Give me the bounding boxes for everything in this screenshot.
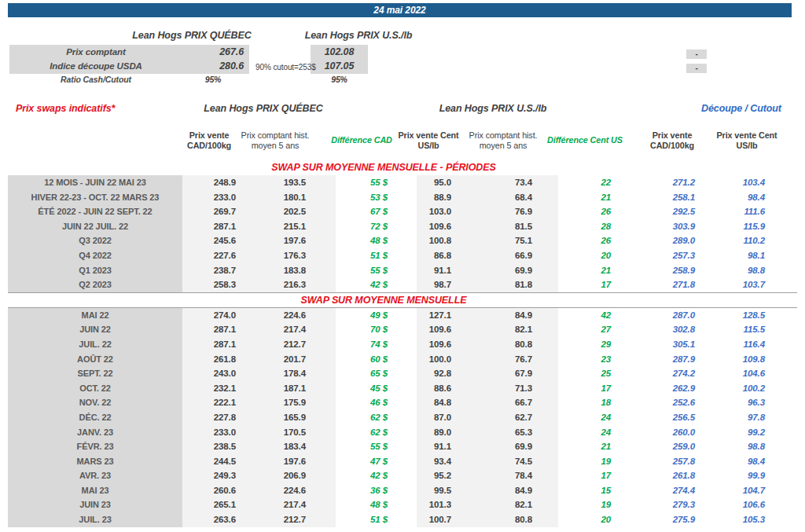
value-cell: 75.1 (461, 233, 558, 248)
price-report: 24 mai 2022 Lean Hogs PRIX QUÉBEC Lean H… (0, 0, 805, 532)
period-label-cell: ÉTÉ 2022 - JUIN 22 SEPT. 22 (8, 204, 182, 219)
month-label-cell: FÉVR. 23 (8, 439, 182, 454)
value-cell: 36 $ (336, 483, 417, 498)
period-label-cell: 12 MOIS - JUIN 22 MAI 23 (8, 175, 182, 190)
month-label-cell: AVR. 23 (8, 468, 182, 483)
value-cell: 274.2 (621, 366, 704, 381)
ratio-us: 95% (311, 75, 368, 84)
value-cell: 261.8 (182, 352, 245, 367)
value-cell: 245.6 (182, 233, 245, 248)
value-cell: 289.0 (621, 233, 704, 248)
table-row: HIVER 22-23 - OCT. 22 MARS 23233.0180.15… (8, 190, 797, 205)
value-cell: 115.5 (704, 322, 797, 337)
value-cell: 287.1 (182, 337, 245, 352)
value-cell: 252.6 (621, 395, 704, 410)
value-cell: 95.2 (417, 468, 461, 483)
value-cell: 68.4 (461, 190, 558, 205)
monthly-tbody: MAI 22274.0224.649 $127.184.942287.0128.… (8, 307, 797, 526)
value-cell: 99.2 (704, 425, 797, 440)
table-row: Q1 2023238.7183.855 $91.169.921258.998.8 (8, 263, 797, 278)
value-cell: 76.9 (461, 204, 558, 219)
value-cell: 92.8 (417, 366, 461, 381)
value-cell: 49 $ (336, 307, 417, 322)
value-cell: 95.0 (417, 175, 461, 190)
cutout-index-us: 107.05 (311, 59, 368, 73)
cutout-dash-1: - (686, 50, 707, 59)
value-cell: 84.8 (417, 395, 461, 410)
value-cell: 259.0 (621, 439, 704, 454)
value-cell: 201.7 (245, 352, 336, 367)
value-cell: 81.8 (461, 277, 558, 292)
table-row: OCT. 22232.1187.145 $88.671.317262.9100.… (8, 381, 797, 396)
value-cell: 93.4 (417, 454, 461, 469)
value-cell: 51 $ (336, 512, 417, 527)
col-header-prix-vente-us: Prix vente Cent US/lb (389, 122, 468, 160)
value-cell: 65.3 (461, 425, 558, 440)
value-cell: 82.1 (461, 322, 558, 337)
value-cell: 70 $ (336, 322, 417, 337)
value-cell: 76.7 (461, 352, 558, 367)
month-label-cell: NOV. 22 (8, 395, 182, 410)
table-row: JUIN 22 JUIL. 22287.1215.172 $109.681.52… (8, 219, 797, 234)
value-cell: 51 $ (336, 248, 417, 263)
value-cell: 99.5 (417, 483, 461, 498)
value-cell: 28 (558, 219, 621, 234)
swaps-quebec-header: Lean Hogs PRIX QUÉBEC (193, 103, 334, 114)
value-cell: 243.0 (182, 366, 245, 381)
table-row: Q3 2022245.6197.648 $100.875.126289.0110… (8, 233, 797, 248)
value-cell: 110.2 (704, 233, 797, 248)
month-label-cell: AOÛT 22 (8, 352, 182, 367)
value-cell: 98.1 (704, 248, 797, 263)
value-cell: 165.9 (245, 410, 336, 425)
value-cell: 100.8 (417, 233, 461, 248)
period-label-cell: JUIN 22 JUIL. 22 (8, 219, 182, 234)
value-cell: 109.6 (417, 322, 461, 337)
month-label-cell: MARS 23 (8, 454, 182, 469)
value-cell: 67.9 (461, 366, 558, 381)
month-label-cell: JANV. 23 (8, 425, 182, 440)
value-cell: 227.8 (182, 410, 245, 425)
value-cell: 262.9 (621, 381, 704, 396)
value-cell: 105.3 (704, 512, 797, 527)
value-cell: 222.1 (182, 395, 245, 410)
table-row: MAI 23260.6224.636 $99.584.915274.4104.7 (8, 483, 797, 498)
value-cell: 100.7 (417, 512, 461, 527)
table-row: JUIN 23265.1217.448 $101.382.119279.3106… (8, 497, 797, 512)
value-cell: 271.2 (621, 175, 704, 190)
value-cell: 42 $ (336, 277, 417, 292)
col-header-cutout-cad: Prix vente CAD/100kg (633, 122, 711, 160)
value-cell: 42 (558, 307, 621, 322)
value-cell: 86.8 (417, 248, 461, 263)
value-cell: 249.3 (182, 468, 245, 483)
value-cell: 42 $ (336, 468, 417, 483)
table-row: SEPT. 22243.0178.465 $92.867.925274.2104… (8, 366, 797, 381)
value-cell: 18 (558, 395, 621, 410)
value-cell: 260.0 (621, 425, 704, 440)
value-cell: 271.8 (621, 277, 704, 292)
value-cell: 84.9 (461, 307, 558, 322)
value-cell: 21 (558, 190, 621, 205)
value-cell: 71.3 (461, 381, 558, 396)
value-cell: 217.4 (245, 497, 336, 512)
value-cell: 100.2 (704, 381, 797, 396)
ratio-qc: 95% (182, 75, 244, 84)
period-label-cell: Q1 2023 (8, 263, 182, 278)
swaps-title: Prix swaps indicatifs* (16, 103, 115, 114)
value-cell: 216.3 (245, 277, 336, 292)
value-cell: 258.9 (621, 263, 704, 278)
value-cell: 66.7 (461, 395, 558, 410)
table-row: JANV. 23233.0170.562 $89.065.324260.099.… (8, 425, 797, 440)
value-cell: 46 $ (336, 395, 417, 410)
value-cell: 193.5 (245, 175, 336, 190)
value-cell: 48 $ (336, 233, 417, 248)
value-cell: 260.6 (182, 483, 245, 498)
value-cell: 26 (558, 204, 621, 219)
value-cell: 87.0 (417, 410, 461, 425)
value-cell: 103.0 (417, 204, 461, 219)
monthly-section-title-row: SWAP SUR MOYENNE MENSUELLE (8, 292, 797, 307)
value-cell: 62 $ (336, 425, 417, 440)
value-cell: 212.7 (245, 337, 336, 352)
value-cell: 98.8 (704, 439, 797, 454)
top-us-header: Lean Hogs PRIX U.S./lb (299, 30, 418, 41)
value-cell: 65 $ (336, 366, 417, 381)
